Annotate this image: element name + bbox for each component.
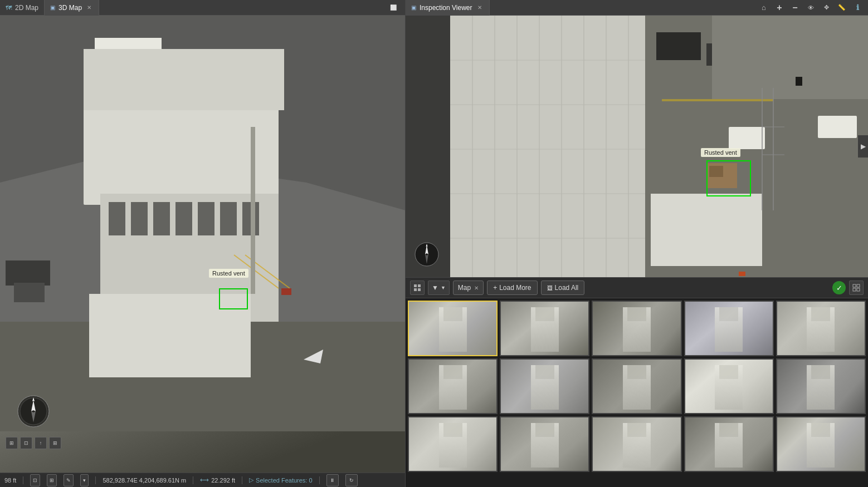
zoom-in-btn[interactable]: +	[772, 2, 787, 14]
pan-btn[interactable]: ✥	[819, 2, 833, 14]
thumb-14-inner	[685, 417, 773, 471]
pause-btn[interactable]: ⏸	[326, 474, 339, 486]
3d-map-viewport[interactable]: Rusted vent ⊞ ⊡	[0, 16, 405, 473]
status-div-4	[242, 476, 242, 484]
aerial-scene: Rusted vent ▶	[406, 16, 868, 277]
thumb-row-1	[408, 301, 866, 356]
svg-rect-60	[414, 288, 417, 291]
svg-rect-45	[651, 194, 762, 266]
aerial-svg	[406, 16, 868, 277]
coordinates: 582,928.74E 4,204,689.61N m	[103, 477, 186, 484]
svg-rect-13	[0, 322, 405, 431]
right-toolbar: ⌂ + − 👁 ✥ 📏 ℹ	[753, 2, 868, 14]
load-all-button[interactable]: 🖼 Load All	[541, 281, 585, 295]
thumb-13-building	[623, 423, 651, 468]
svg-rect-43	[729, 127, 765, 149]
inspection-tab-label: Inspection Viewer	[420, 4, 472, 12]
filter-grid-btn[interactable]	[410, 281, 425, 295]
thumbnail-4[interactable]	[684, 301, 774, 356]
svg-rect-40	[645, 16, 868, 277]
svg-rect-50	[799, 77, 802, 86]
thumb-6-building	[439, 365, 467, 410]
scroll-right-arrow[interactable]: ▶	[858, 135, 868, 158]
thumbnail-13[interactable]	[592, 416, 681, 472]
tab-2dmap-label: 2D Map	[15, 4, 38, 12]
load-all-icon: 🖼	[547, 285, 553, 291]
load-more-button[interactable]: + Load More	[487, 281, 537, 295]
tab-bar-right: ▣ Inspection Viewer ✕ ⌂ + − 👁 ✥ 📏 ℹ	[406, 0, 868, 16]
compass-svg	[17, 395, 50, 428]
svg-rect-0	[0, 16, 405, 431]
measure-btn[interactable]: 📏	[835, 2, 849, 14]
thumbnail-6[interactable]	[408, 358, 498, 414]
thumb-14-building	[715, 423, 743, 468]
thumb-4-building	[715, 307, 743, 352]
zoom-out-btn[interactable]: −	[788, 2, 802, 14]
thumbnail-14[interactable]	[684, 416, 774, 472]
thumbnail-15[interactable]	[776, 416, 866, 472]
edit-btn[interactable]: ✎	[64, 474, 74, 486]
thumb-row-3	[408, 416, 866, 472]
thumbnail-grid	[406, 298, 868, 487]
info-btn[interactable]: ℹ	[850, 2, 865, 14]
svg-rect-58	[414, 284, 417, 287]
right-panel: ▣ Inspection Viewer ✕ ⌂ + − 👁 ✥ 📏 ℹ	[406, 0, 868, 487]
inspection-main-image[interactable]: Rusted vent ▶	[406, 16, 868, 277]
thumb-9-inner	[685, 360, 773, 413]
thumbnail-7[interactable]	[500, 358, 589, 414]
svg-rect-15	[14, 283, 45, 302]
visibility-btn[interactable]: 👁	[803, 2, 818, 14]
3d-scene-bg: Rusted vent	[0, 16, 405, 473]
tab-bar-left: 🗺 2D Map ▣ 3D Map ✕ ⬜	[0, 0, 405, 16]
zoom-extent-btn[interactable]: ⊞	[6, 437, 18, 449]
toggle-2d-btn[interactable]: ⊡	[20, 437, 32, 449]
thumb-2-inner	[501, 302, 588, 355]
thumbnail-10[interactable]	[776, 358, 866, 414]
zoom-level: 98 ft	[4, 477, 16, 484]
svg-marker-1	[0, 155, 405, 431]
status-div-1	[23, 476, 23, 484]
inspection-tab-close[interactable]: ✕	[476, 4, 484, 12]
svg-rect-65	[857, 288, 860, 291]
tab-inspection-viewer[interactable]: ▣ Inspection Viewer ✕	[406, 0, 490, 16]
map-3d-icon: ▣	[50, 4, 55, 11]
filter-arrow-icon: ▼	[441, 285, 446, 291]
home-btn[interactable]: ⌂	[757, 2, 771, 14]
aerial-green-box	[706, 160, 751, 196]
3d-annotation-rusted-vent: Rusted vent	[209, 269, 248, 278]
svg-rect-12	[84, 49, 284, 110]
svg-rect-2	[84, 49, 279, 205]
thumbnail-12[interactable]	[500, 416, 589, 472]
view-toggle-btn[interactable]	[849, 281, 864, 295]
map-chip-close[interactable]: ✕	[474, 285, 479, 291]
map-chip[interactable]: Map ✕	[453, 281, 484, 295]
3d-scene-svg	[0, 16, 405, 431]
aerial-annotation-rusted-vent: Rusted vent	[701, 148, 740, 157]
layers-btn[interactable]: ⊞	[49, 437, 61, 449]
tab-3d-map[interactable]: ▣ 3D Map ✕	[45, 0, 99, 16]
tab-3dmap-close[interactable]: ✕	[85, 4, 93, 12]
inspection-tab-icon: ▣	[411, 4, 416, 11]
maximize-btn[interactable]: ⬜	[386, 2, 401, 14]
status-div-3	[193, 476, 193, 484]
rotate-btn[interactable]: ↑	[35, 437, 47, 449]
map-chip-label: Map	[458, 284, 471, 292]
thumbnail-3[interactable]	[592, 301, 681, 356]
tab-2d-map[interactable]: 🗺 2D Map	[0, 0, 45, 16]
thumbnail-11[interactable]	[408, 416, 498, 472]
refresh-btn[interactable]: ↻	[345, 474, 358, 486]
thumb-10-building	[807, 365, 835, 410]
confirm-button[interactable]: ✓	[832, 281, 846, 294]
thumbnail-8[interactable]	[592, 358, 681, 414]
scale-btn[interactable]: ⊡	[30, 474, 40, 486]
thumbnail-9[interactable]	[684, 358, 774, 414]
thumb-2-building	[531, 307, 559, 352]
thumbnail-2[interactable]	[500, 301, 589, 356]
filter-dropdown[interactable]: ▼ ▼	[428, 281, 450, 295]
thumbnail-1[interactable]	[408, 301, 498, 356]
angle-btn[interactable]: ▾	[80, 474, 89, 486]
svg-rect-9	[198, 202, 214, 235]
feature-btn[interactable]: ⊞	[47, 474, 57, 486]
thumbnail-5[interactable]	[776, 301, 866, 356]
thumb-9-building	[715, 365, 743, 410]
